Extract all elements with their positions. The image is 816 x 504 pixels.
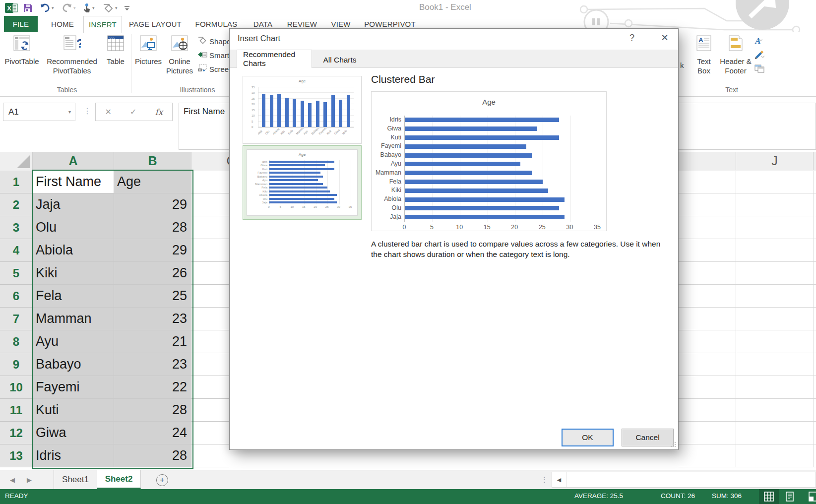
name-box-dropdown-icon[interactable]: ▾ — [68, 109, 71, 115]
row-header-2[interactable]: 2 — [0, 193, 33, 216]
cancel-button[interactable]: Cancel — [622, 429, 674, 446]
cell-B9[interactable]: 23 — [114, 353, 191, 376]
sheet-row-right[interactable] — [679, 444, 816, 467]
redo-button[interactable]: ▾ — [62, 2, 76, 14]
cell-A13[interactable]: Idris — [33, 444, 114, 467]
resize-grip[interactable] — [670, 441, 676, 447]
cell-A1[interactable]: First Name — [33, 171, 114, 193]
cell-A11[interactable]: Kuti — [33, 399, 114, 422]
row-header-5[interactable]: 5 — [0, 262, 33, 285]
select-all-corner[interactable] — [0, 152, 33, 170]
cell-B12[interactable]: 24 — [114, 422, 191, 444]
row-header-10[interactable]: 10 — [0, 376, 33, 399]
sheet-row-right[interactable] — [679, 422, 816, 444]
cell-B7[interactable]: 23 — [114, 308, 191, 330]
tabbar-divider-icon[interactable]: ⋮ — [541, 475, 548, 484]
normal-view-button[interactable] — [759, 489, 779, 504]
sheet-row-right[interactable] — [679, 262, 816, 285]
sheet-tab-sheet1[interactable]: Sheet1 — [54, 470, 97, 489]
cell-C1[interactable] — [191, 171, 229, 193]
sheet-row-right[interactable] — [679, 308, 816, 330]
cell-B8[interactable]: 21 — [114, 330, 191, 353]
draw-shapes-dropdown-icon[interactable]: ▾ — [115, 5, 118, 10]
cell-B3[interactable]: 28 — [114, 216, 191, 239]
prev-sheet-icon[interactable]: ◀ — [10, 470, 15, 489]
cell-B4[interactable]: 29 — [114, 239, 191, 262]
cell-A6[interactable]: Fela — [33, 285, 114, 308]
sheet-row-right[interactable] — [679, 285, 816, 308]
ok-button[interactable]: OK — [562, 429, 614, 446]
cell-C8[interactable] — [191, 330, 229, 353]
cell-C7[interactable] — [191, 308, 229, 330]
tab-file[interactable]: FILE — [4, 16, 38, 32]
row-header-12[interactable]: 12 — [0, 422, 33, 444]
row-header-9[interactable]: 9 — [0, 353, 33, 376]
cell-A3[interactable]: Olu — [33, 216, 114, 239]
sheet-row-right[interactable] — [679, 399, 816, 422]
cell-A7[interactable]: Mamman — [33, 308, 114, 330]
name-box[interactable]: A1 ▾ — [3, 103, 75, 121]
cell-C3[interactable] — [191, 216, 229, 239]
formula-options-icon[interactable]: ⋮ — [83, 106, 91, 116]
table-button[interactable]: Table — [103, 35, 128, 89]
row-header-1[interactable]: 1 — [0, 171, 33, 193]
cell-A9[interactable]: Babayo — [33, 353, 114, 376]
header-footer-button[interactable]: Header & Footer — [719, 35, 752, 89]
row-header-4[interactable]: 4 — [0, 239, 33, 262]
cell-B5[interactable]: 26 — [114, 262, 191, 285]
tab-insert[interactable]: INSERT — [83, 16, 122, 33]
column-header-A[interactable]: A — [33, 152, 114, 170]
row-header-13[interactable]: 13 — [0, 444, 33, 467]
touch-mode-button[interactable]: ▾ — [82, 2, 95, 14]
column-header-B[interactable]: B — [114, 152, 191, 170]
help-button[interactable]: ? — [626, 33, 638, 43]
tab-recommended-charts[interactable]: Recommended Charts — [237, 50, 312, 68]
undo-button[interactable]: ▾ — [40, 2, 54, 14]
sheet-row-right[interactable] — [679, 239, 816, 262]
cell-B1[interactable]: Age — [114, 171, 191, 193]
row-header-8[interactable]: 8 — [0, 330, 33, 353]
tab-all-charts[interactable]: All Charts — [313, 52, 367, 68]
touch-mode-dropdown-icon[interactable]: ▾ — [92, 5, 95, 10]
next-sheet-icon[interactable]: ▶ — [27, 470, 32, 489]
pivottable-button[interactable]: PivotTable — [4, 35, 40, 89]
cell-C6[interactable] — [191, 285, 229, 308]
sheet-tab-sheet2[interactable]: Sheet2 — [97, 470, 141, 489]
close-button[interactable]: ✕ — [657, 32, 672, 43]
cell-A2[interactable]: Jaja — [33, 193, 114, 216]
cell-B11[interactable]: 28 — [114, 399, 191, 422]
confirm-entry-icon[interactable]: ✓ — [130, 107, 136, 117]
page-layout-view-button[interactable] — [780, 489, 800, 504]
undo-dropdown-icon[interactable]: ▾ — [52, 5, 54, 10]
column-header-J[interactable]: J — [736, 152, 814, 170]
object-button[interactable] — [754, 63, 765, 75]
row-header-7[interactable]: 7 — [0, 308, 33, 330]
row-header-3[interactable]: 3 — [0, 216, 33, 239]
scroll-left-icon[interactable]: ◀ — [552, 472, 566, 487]
row-header-11[interactable]: 11 — [0, 399, 33, 422]
cell-A5[interactable]: Kiki — [33, 262, 114, 285]
cell-B13[interactable]: 28 — [114, 444, 191, 467]
cell-B10[interactable]: 22 — [114, 376, 191, 399]
save-button[interactable] — [23, 2, 33, 14]
sheet-row-right[interactable] — [679, 171, 816, 193]
cell-C13[interactable] — [191, 444, 229, 467]
cell-C12[interactable] — [191, 422, 229, 444]
signature-line-button[interactable] — [754, 49, 765, 61]
tab-home[interactable]: HOME — [46, 16, 79, 32]
recommended-pivottables-button[interactable]: ? Recommended PivotTables — [41, 35, 103, 89]
cell-A10[interactable]: Fayemi — [33, 376, 114, 399]
cell-C2[interactable] — [191, 193, 229, 216]
tab-page-layout[interactable]: PAGE LAYOUT — [125, 16, 186, 32]
thumbnail-clustered-column[interactable]: Age 05101520253035 JajaOluAbiolaKikiFela… — [243, 76, 362, 144]
sheet-row-right[interactable] — [679, 193, 816, 216]
cell-A4[interactable]: Abiola — [33, 239, 114, 262]
cell-C4[interactable] — [191, 239, 229, 262]
cell-A12[interactable]: Giwa — [33, 422, 114, 444]
horizontal-scrollbar[interactable]: ◀ — [552, 472, 816, 488]
sheet-row-right[interactable] — [679, 216, 816, 239]
cell-C11[interactable] — [191, 399, 229, 422]
customize-quick-access-icon[interactable] — [124, 2, 130, 14]
cell-C5[interactable] — [191, 262, 229, 285]
draw-shapes-button[interactable]: ▾ — [102, 2, 118, 14]
